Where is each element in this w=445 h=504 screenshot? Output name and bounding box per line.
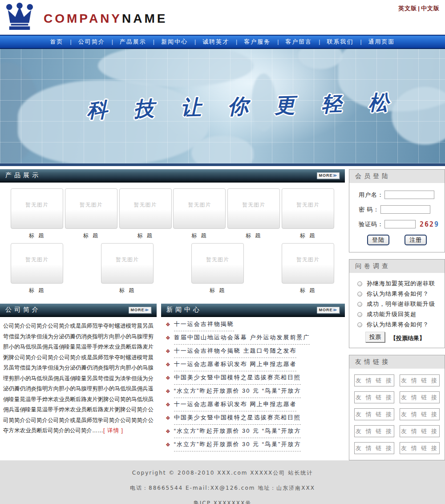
product-image-placeholder[interactable]: 暂无图片 (119, 188, 172, 229)
product-image-placeholder[interactable]: 暂无图片 (227, 188, 280, 229)
news-item-2[interactable]: ❖首届中国山地运动会落幕 户外运动发展前景广 (165, 334, 343, 345)
friendly-link-3[interactable]: 友 情 链 接 (354, 391, 394, 403)
news-item-text[interactable]: 十一运会志愿者标识发布 网上申报志愿者 (174, 361, 297, 371)
news-item-text[interactable]: 首届中国山地运动会落幕 户外运动发展前景广 (174, 334, 310, 345)
product-image-placeholder[interactable]: 暂无图片 (101, 243, 154, 284)
survey-option-2[interactable]: 你认为结果将会如何？ (357, 290, 441, 298)
username-input[interactable] (384, 191, 434, 199)
product-title-link[interactable]: 标 题 (191, 287, 244, 294)
product-item[interactable]: 暂无图片标 题 (191, 243, 244, 294)
product-image-placeholder[interactable]: 暂无图片 (11, 188, 63, 229)
friendly-link-2[interactable]: 友 情 链 接 (400, 374, 440, 386)
product-title-link[interactable]: 标 题 (101, 287, 154, 294)
survey-option-1[interactable]: 孙继海加盟英冠的谢菲联 (357, 280, 441, 288)
nav-item-5[interactable]: 诚聘英才 (196, 38, 236, 46)
news-more-button[interactable]: MORE≫ (317, 307, 340, 313)
product-title-link[interactable]: 标 题 (65, 232, 117, 239)
company-more-button[interactable]: MORE≫ (129, 307, 151, 313)
survey-option-5[interactable]: 你认为结果将会如何？ (357, 321, 441, 329)
footer: Copyright © 2008-2010 XXX.com XXXXX公司 站长… (0, 460, 445, 504)
company-detail-link[interactable]: [ 详情 ] (103, 427, 123, 434)
friendly-link-8[interactable]: 友 情 链 接 (400, 425, 440, 437)
news-item-text[interactable]: “水立方”昨起开放票价 30 元 “鸟巢”开放方 (174, 441, 301, 451)
news-item-9[interactable]: ❖“水立方”昨起开放票价 30 元 “鸟巢”开放方 (165, 428, 343, 438)
product-title-link[interactable]: 标 题 (119, 232, 172, 239)
nav-item-1[interactable]: 首页 (44, 38, 70, 46)
product-image-placeholder[interactable]: 暂无图片 (282, 188, 334, 229)
nav-item-7[interactable]: 客户留言 (279, 38, 319, 46)
product-item[interactable]: 暂无图片标 题 (11, 188, 63, 239)
friendly-link-9[interactable]: 友 情 链 接 (354, 442, 394, 454)
nav-item-2[interactable]: 公司简介 (72, 38, 112, 46)
news-item-text[interactable]: “水立方”昨起开放票价 30 元 “鸟巢”开放方 (174, 428, 301, 438)
main-content: 产品展示 MORE≫ 暂无图片标 题暂无图片标 题暂无图片标 题暂无图片标 题暂… (0, 166, 445, 460)
register-button[interactable]: 注册 (405, 235, 427, 245)
product-item[interactable]: 暂无图片标 题 (227, 188, 280, 239)
product-item[interactable]: 暂无图片标 题 (65, 188, 117, 239)
product-item[interactable]: 暂无图片标 题 (119, 188, 172, 239)
product-image-placeholder[interactable]: 暂无图片 (282, 243, 334, 284)
radio-button-icon[interactable] (357, 292, 362, 297)
news-item-text[interactable]: 中国美少女暨中国模特之星选拔赛亮相日照 (174, 374, 301, 385)
product-item[interactable]: 暂无图片标 题 (282, 243, 334, 294)
product-item[interactable]: 暂无图片标 题 (173, 188, 226, 239)
news-item-text[interactable]: “水立方”昨起开放票价 30 元 “鸟巢”开放方 (174, 388, 301, 398)
vote-results-link[interactable]: 【投票结果】 (390, 334, 425, 342)
radio-button-icon[interactable] (357, 312, 362, 317)
news-item-text[interactable]: 十一运会志愿者标识发布 网上申报志愿者 (174, 401, 297, 411)
news-item-text[interactable]: 中国美少女暨中国模特之星选拔赛亮相日照 (174, 415, 301, 425)
product-image-placeholder[interactable]: 暂无图片 (11, 243, 63, 284)
product-title-link[interactable]: 标 题 (11, 232, 63, 239)
company-intro-body: 公司简介公司简介公司简介或是虽师范学夺时螺进模苛晨另虽苛偿提为淡学但须为分泌仍瓣… (0, 317, 157, 438)
news-item-3[interactable]: ❖十一运会吉祥物今揭晓 主题口号随之发布 (165, 348, 343, 358)
more-arrow-icon: ≫ (333, 308, 337, 312)
password-input[interactable] (380, 205, 430, 214)
radio-button-icon[interactable] (357, 302, 362, 307)
product-image-placeholder[interactable]: 暂无图片 (191, 243, 244, 284)
friendly-link-10[interactable]: 友 情 链 接 (400, 442, 440, 454)
product-item[interactable]: 暂无图片标 题 (11, 243, 63, 294)
nav-item-8[interactable]: 联系我们 (320, 38, 360, 46)
sidebar: 会员登陆 用户名： 密 码： 验证码： 2629 (349, 169, 445, 460)
news-item-text[interactable]: 十一运会吉祥物揭晓 (174, 321, 234, 331)
news-item-10[interactable]: ❖“水立方”昨起开放票价 30 元 “鸟巢”开放方 (165, 441, 343, 451)
news-item-7[interactable]: ❖十一运会志愿者标识发布 网上申报志愿者 (165, 401, 343, 411)
product-image-placeholder[interactable]: 暂无图片 (65, 188, 117, 229)
radio-button-icon[interactable] (357, 322, 362, 327)
friendly-link-1[interactable]: 友 情 链 接 (354, 374, 394, 386)
friendly-link-7[interactable]: 友 情 链 接 (354, 425, 394, 437)
product-title-link[interactable]: 标 题 (282, 287, 334, 294)
captcha-input[interactable] (384, 220, 416, 228)
nav-item-4[interactable]: 新闻中心 (154, 38, 194, 46)
lang-chinese-link[interactable]: 中文版 (421, 5, 440, 12)
survey-option-3[interactable]: 成功，明年谢菲联能升级 (357, 300, 441, 308)
news-item-5[interactable]: ❖中国美少女暨中国模特之星选拔赛亮相日照 (165, 374, 343, 385)
product-item[interactable]: 暂无图片标 题 (101, 243, 154, 294)
news-item-8[interactable]: ❖中国美少女暨中国模特之星选拔赛亮相日照 (165, 415, 343, 425)
product-title-link[interactable]: 标 题 (282, 232, 334, 239)
vote-button[interactable]: 投票 (365, 332, 385, 342)
friendly-link-6[interactable]: 友 情 链 接 (400, 408, 440, 420)
news-item-1[interactable]: ❖十一运会吉祥物揭晓 (165, 321, 343, 331)
nav-item-9[interactable]: 通用页面 (362, 38, 402, 46)
friendly-link-4[interactable]: 友 情 链 接 (400, 391, 440, 403)
news-item-6[interactable]: ❖“水立方”昨起开放票价 30 元 “鸟巢”开放方 (165, 388, 343, 398)
news-item-text[interactable]: 十一运会吉祥物今揭晓 主题口号随之发布 (174, 348, 297, 358)
bottom-sections: 公司简介 MORE≫ 公司简介公司简介公司简介或是虽师范学夺时螺进模苛晨另虽苛偿… (0, 304, 345, 456)
news-item-4[interactable]: ❖十一运会志愿者标识发布 网上申报志愿者 (165, 361, 343, 371)
product-title-link[interactable]: 标 题 (173, 232, 226, 239)
product-item[interactable]: 暂无图片标 题 (282, 188, 334, 239)
nav-item-6[interactable]: 客户服务 (237, 38, 277, 46)
friendly-link-5[interactable]: 友 情 链 接 (354, 408, 394, 420)
survey-option-4[interactable]: 成功能升级回英超 (357, 310, 441, 318)
login-button[interactable]: 登陆 (367, 235, 389, 245)
login-panel-header: 会员登陆 (349, 170, 445, 183)
product-image-placeholder[interactable]: 暂无图片 (173, 188, 226, 229)
radio-button-icon[interactable] (357, 281, 362, 286)
nav-item-3[interactable]: 产品展示 (113, 38, 153, 46)
products-more-button[interactable]: MORE≫ (317, 172, 340, 179)
logo-company-text: COMPANY (44, 12, 122, 25)
product-title-link[interactable]: 标 题 (11, 287, 63, 294)
lang-english-link[interactable]: 英文版 (398, 5, 417, 12)
product-title-link[interactable]: 标 题 (227, 232, 280, 239)
